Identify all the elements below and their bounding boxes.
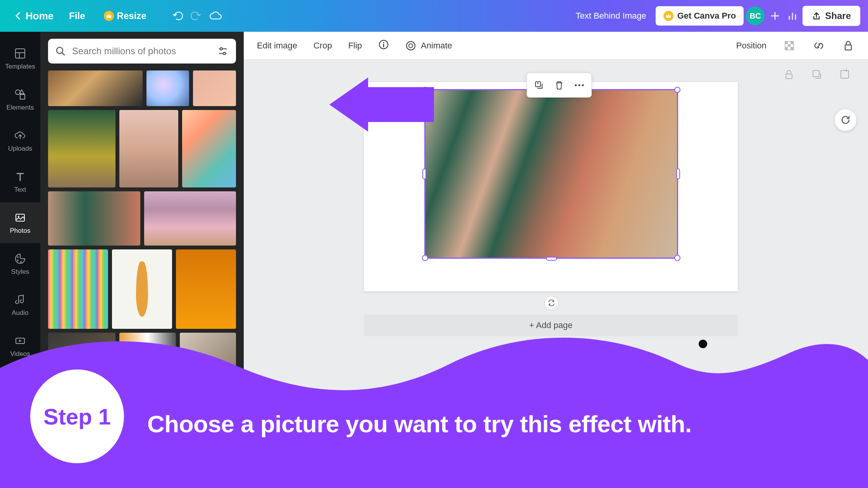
svg-rect-25 [788,44,790,47]
nav-templates[interactable]: Templates [0,38,40,79]
nav-audio[interactable]: Audio [0,284,40,325]
svg-point-34 [579,84,580,86]
resize-handle[interactable] [674,255,680,261]
duplicate-page-icon[interactable] [811,68,823,81]
resize-handle[interactable] [422,87,428,93]
resize-edge[interactable] [676,168,680,179]
animate-button[interactable]: Animate [404,38,454,53]
edit-image-button[interactable]: Edit image [255,38,299,53]
step-badge: Step 1 [30,369,124,463]
trash-icon [554,80,564,91]
audio-icon [13,293,27,307]
duplicate-button[interactable] [530,76,548,94]
resize-edge[interactable] [422,168,426,179]
photo-thumb[interactable] [48,249,108,329]
svg-point-21 [409,44,413,48]
photo-thumb[interactable] [182,110,236,187]
analytics-button[interactable] [783,6,803,26]
photo-thumb[interactable] [112,249,172,329]
add-member-button[interactable] [767,6,783,26]
svg-point-18 [383,42,384,43]
svg-point-9 [20,261,22,263]
filter-icon[interactable] [217,45,229,57]
add-page-icon[interactable] [839,68,851,81]
cloud-status-icon[interactable] [206,6,226,26]
svg-rect-31 [841,70,849,78]
photo-thumb[interactable] [48,191,140,246]
nav-label: Elements [7,104,34,112]
scrollbar[interactable] [859,91,866,355]
svg-line-12 [62,53,64,55]
svg-rect-28 [845,45,851,50]
share-icon [812,11,821,21]
crown-icon [663,11,673,21]
svg-point-6 [18,216,19,217]
transparency-button[interactable] [781,38,797,54]
page-lock-icon[interactable] [783,68,795,81]
duplicate-icon [534,80,544,91]
share-button[interactable]: Share [803,6,860,26]
user-avatar[interactable]: BC [746,7,765,25]
floating-toolbar [527,73,592,98]
elements-icon [13,88,27,101]
share-label: Share [825,10,851,21]
photo-thumb[interactable] [193,70,236,106]
refresh-icon [840,114,851,126]
refresh-button[interactable] [835,109,856,131]
lock-icon [843,40,853,52]
lock-button[interactable] [840,38,856,54]
more-button[interactable] [570,76,588,94]
nav-photos[interactable]: Photos [0,202,40,243]
photo-thumb[interactable] [146,70,189,106]
undo-button[interactable] [167,6,187,26]
sync-button[interactable] [544,296,558,310]
info-icon [378,39,389,50]
link-button[interactable] [811,38,827,54]
svg-rect-30 [813,70,819,77]
home-button[interactable]: Home [8,6,60,26]
nav-label: Audio [12,309,28,317]
photo-thumb[interactable] [48,70,143,106]
redo-button[interactable] [187,6,206,26]
photo-thumb[interactable] [48,110,115,187]
resize-handle[interactable] [422,255,428,261]
flip-button[interactable]: Flip [347,38,363,53]
svg-rect-27 [790,47,793,50]
get-pro-button[interactable]: Get Canva Pro [656,6,744,26]
top-bar: Home File Resize Text Behind Image Get C… [0,0,868,32]
resize-edge[interactable] [546,257,557,261]
nav-elements[interactable]: Elements [0,79,40,120]
svg-point-16 [223,52,226,55]
photo-thumb[interactable] [176,249,236,329]
svg-rect-4 [20,95,25,99]
crop-button[interactable]: Crop [312,38,334,53]
nav-uploads[interactable]: Uploads [0,120,40,161]
delete-button[interactable] [550,76,568,94]
photo-thumb[interactable] [144,191,236,246]
search-input[interactable] [72,46,210,57]
svg-rect-0 [16,49,25,58]
file-menu[interactable]: File [60,7,94,25]
animate-label: Animate [421,41,452,51]
nav-label: Templates [5,63,35,70]
step-instruction: Choose a picture you want to try this ef… [147,410,692,438]
photo-thumb[interactable] [119,110,178,187]
svg-rect-26 [785,47,788,50]
sync-icon [547,299,556,307]
svg-point-8 [17,259,19,261]
chevron-left-icon [14,11,22,21]
canvas-page[interactable] [364,82,738,291]
nav-text[interactable]: Text [0,161,40,202]
document-title[interactable]: Text Behind Image [566,11,655,21]
svg-rect-23 [785,41,788,44]
selected-image[interactable] [424,89,678,259]
resize-label: Resize [117,10,146,21]
resize-handle[interactable] [674,87,680,93]
page-tools [783,68,851,81]
position-button[interactable]: Position [735,38,768,53]
nav-styles[interactable]: Styles [0,243,40,284]
svg-point-35 [582,84,584,86]
resize-button[interactable]: Resize [95,7,156,25]
svg-point-14 [220,48,222,50]
info-button[interactable] [377,37,391,55]
